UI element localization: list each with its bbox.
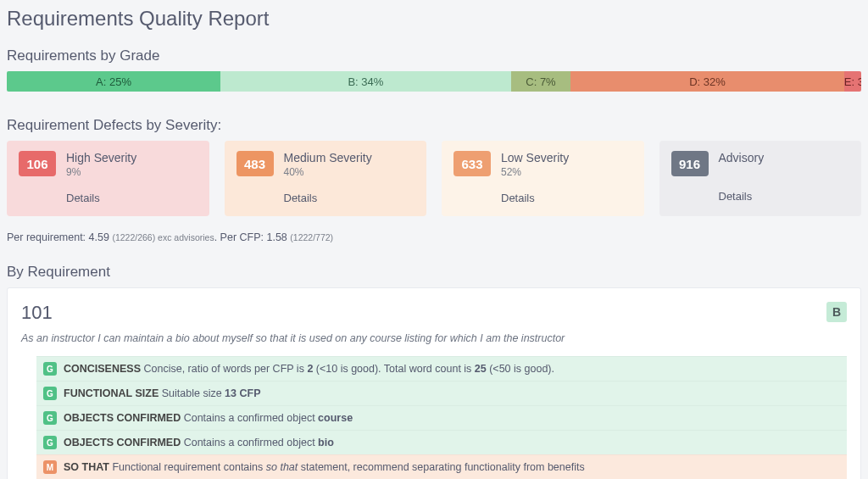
defect-level-badge: G: [43, 387, 57, 400]
defect-level-badge: G: [43, 362, 57, 376]
defect-text: CONCISENESS Concise, ratio of words per …: [64, 363, 554, 375]
severity-card-1: 483Medium Severity40%Details: [225, 141, 427, 216]
severity-section-title: Requirement Defects by Severity:: [7, 117, 861, 134]
defect-row: GOBJECTS CONFIRMED Contains a confirmed …: [36, 405, 847, 430]
grade-bar: A: 25%B: 34%C: 7%D: 32%E: 3%: [7, 71, 861, 92]
defect-text: OBJECTS CONFIRMED Contains a confirmed o…: [64, 437, 334, 448]
requirement-id: 101: [21, 302, 53, 324]
grade-segment-4[interactable]: E: 3%: [844, 71, 861, 92]
grade-segment-3[interactable]: D: 32%: [570, 71, 844, 92]
grade-segment-0[interactable]: A: 25%: [7, 71, 220, 92]
grade-badge: B: [826, 302, 847, 322]
summary-per-req-detail: (1222/266) exc advisories: [112, 232, 214, 242]
grade-segment-2[interactable]: C: 7%: [511, 71, 571, 92]
page-title: Requirements Quality Report: [7, 7, 861, 31]
severity-percent: 40%: [284, 166, 372, 178]
severity-title: High Severity: [66, 151, 136, 164]
severity-details-link[interactable]: Details: [284, 192, 415, 204]
summary-per-cfp-value: 1.58: [266, 231, 287, 243]
severity-percent: 52%: [501, 166, 569, 178]
defect-list: GCONCISENESS Concise, ratio of words per…: [36, 356, 847, 479]
defect-row: GOBJECTS CONFIRMED Contains a confirmed …: [36, 430, 847, 454]
grade-segment-1[interactable]: B: 34%: [220, 71, 511, 92]
severity-count: 916: [671, 151, 709, 176]
severity-card-2: 633Low Severity52%Details: [442, 141, 644, 216]
severity-details-link[interactable]: Details: [719, 190, 850, 203]
severity-title: Low Severity: [501, 151, 569, 164]
defect-level-badge: G: [43, 411, 57, 425]
summary-per-cfp-detail: (1222/772): [290, 232, 333, 242]
severity-count: 106: [19, 151, 56, 176]
defect-row: GCONCISENESS Concise, ratio of words per…: [36, 356, 847, 381]
defect-level-badge: G: [43, 436, 57, 449]
grades-section-title: Requirements by Grade: [7, 47, 861, 64]
by-requirement-title: By Requirement: [7, 264, 861, 281]
severity-title: Advisory: [719, 151, 765, 164]
severity-title: Medium Severity: [284, 151, 372, 164]
defect-text: OBJECTS CONFIRMED Contains a confirmed o…: [64, 412, 353, 424]
severity-count: 483: [236, 151, 274, 176]
requirement-card: 101 B As an instructor I can maintain a …: [7, 287, 861, 479]
severity-count: 633: [453, 151, 491, 176]
defect-row: GFUNCTIONAL SIZE Suitable size 13 CFP: [36, 381, 847, 405]
severity-details-link[interactable]: Details: [66, 192, 198, 204]
summary-per-cfp-label: . Per CFP:: [214, 231, 267, 243]
severity-card-3: 916AdvisoryDetails: [659, 141, 862, 216]
summary-per-req-label: Per requirement:: [7, 231, 89, 243]
severity-row: 106High Severity9%Details483Medium Sever…: [7, 141, 861, 216]
summary-per-req-value: 4.59: [89, 231, 109, 243]
defect-row: MSO THAT Functional requirement contains…: [36, 454, 847, 479]
severity-details-link[interactable]: Details: [501, 192, 632, 204]
defect-text: FUNCTIONAL SIZE Suitable size 13 CFP: [64, 387, 261, 399]
requirement-description: As an instructor I can maintain a bio ab…: [21, 332, 847, 344]
severity-percent: 9%: [66, 166, 136, 178]
defect-text: SO THAT Functional requirement contains …: [64, 461, 585, 473]
summary-line: Per requirement: 4.59 (1222/266) exc adv…: [7, 231, 861, 243]
severity-card-0: 106High Severity9%Details: [7, 141, 209, 216]
defect-level-badge: M: [43, 460, 57, 474]
